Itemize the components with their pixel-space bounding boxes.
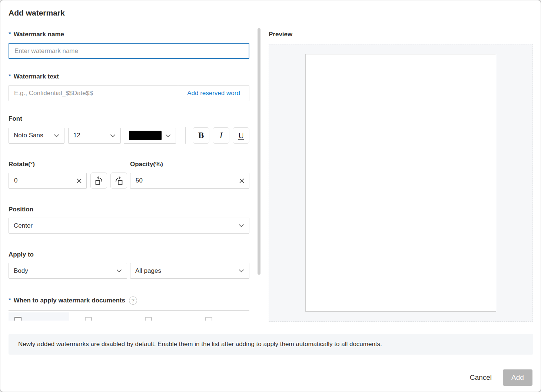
font-size-select[interactable]: 12 — [68, 128, 121, 144]
font-row: Noto Sans 12 B I — [9, 127, 249, 144]
rotate-ccw-button[interactable] — [90, 172, 107, 189]
rotate-cw-button[interactable] — [110, 172, 127, 189]
add-button[interactable]: Add — [503, 369, 532, 386]
apply-target-select[interactable]: Body — [9, 263, 127, 279]
font-family-select[interactable]: Noto Sans — [9, 128, 64, 144]
document-type-checkbox[interactable] — [85, 317, 92, 321]
required-marker: * — [9, 31, 11, 38]
help-icon[interactable]: ? — [129, 296, 137, 305]
watermark-form: * Watermark name * Watermark text Add re… — [9, 26, 249, 327]
preview-label: Preview — [269, 31, 533, 38]
watermark-text-input[interactable] — [9, 86, 178, 101]
chevron-down-icon — [116, 269, 122, 272]
opacity-label: Opacity(%) — [130, 161, 163, 168]
italic-button[interactable]: I — [213, 127, 229, 144]
apply-pages-select[interactable]: All pages — [130, 263, 249, 279]
document-type-options-clipped — [9, 311, 249, 321]
document-type-checkbox[interactable] — [145, 317, 152, 321]
when-to-apply-label: * When to apply watermark documents — [9, 297, 125, 304]
watermark-text-group: Add reserved word — [9, 85, 249, 101]
chevron-down-icon — [165, 134, 171, 137]
font-color-select[interactable] — [124, 128, 176, 144]
watermark-name-input[interactable] — [9, 43, 249, 59]
vertical-divider — [185, 127, 186, 144]
position-label: Position — [9, 206, 249, 213]
required-marker: * — [9, 297, 11, 304]
opacity-input-wrap — [130, 173, 249, 189]
info-banner: Newly added watermarks are disabled by d… — [9, 334, 533, 355]
when-to-apply-row: * When to apply watermark documents ? — [9, 296, 249, 305]
underline-button[interactable]: U — [233, 127, 249, 144]
apply-to-label: Apply to — [9, 251, 249, 258]
page-title: Add watermark — [9, 9, 65, 17]
apply-to-row: Body All pages — [9, 263, 249, 279]
rotate-opacity-row — [9, 172, 249, 189]
preview-panel — [269, 44, 533, 322]
rotate-input-wrap — [9, 173, 87, 189]
dialog-footer: Cancel Add — [468, 369, 532, 386]
document-type-checkbox[interactable] — [205, 317, 212, 321]
font-color-swatch — [129, 131, 162, 140]
add-reserved-word-button[interactable]: Add reserved word — [178, 86, 249, 101]
clear-opacity-icon[interactable] — [238, 177, 245, 184]
rotate-opacity-labels: Rotate(°) Opacity(%) — [9, 161, 249, 168]
cancel-button[interactable]: Cancel — [468, 371, 493, 385]
rotate-label: Rotate(°) — [9, 161, 130, 168]
clear-rotate-icon[interactable] — [76, 177, 82, 184]
preview-section: Preview — [269, 26, 533, 322]
document-type-checkbox[interactable] — [14, 317, 21, 321]
rotate-ccw-icon — [94, 176, 104, 185]
chevron-down-icon — [54, 134, 59, 137]
required-marker: * — [9, 73, 11, 80]
opacity-input[interactable] — [130, 173, 249, 189]
watermark-text-label: * Watermark text — [9, 73, 249, 80]
rotate-cw-icon — [114, 176, 124, 185]
add-watermark-dialog: Add watermark * Watermark name * Waterma… — [0, 0, 541, 392]
bold-button[interactable]: B — [193, 127, 209, 144]
watermark-name-label: * Watermark name — [9, 31, 249, 38]
position-select[interactable]: Center — [9, 218, 249, 234]
chevron-down-icon — [239, 224, 244, 227]
chevron-down-icon — [239, 269, 244, 272]
form-scrollbar[interactable] — [258, 28, 260, 275]
rotate-input[interactable] — [9, 173, 87, 189]
font-label: Font — [9, 115, 249, 123]
preview-page — [305, 54, 496, 312]
chevron-down-icon — [110, 134, 116, 137]
